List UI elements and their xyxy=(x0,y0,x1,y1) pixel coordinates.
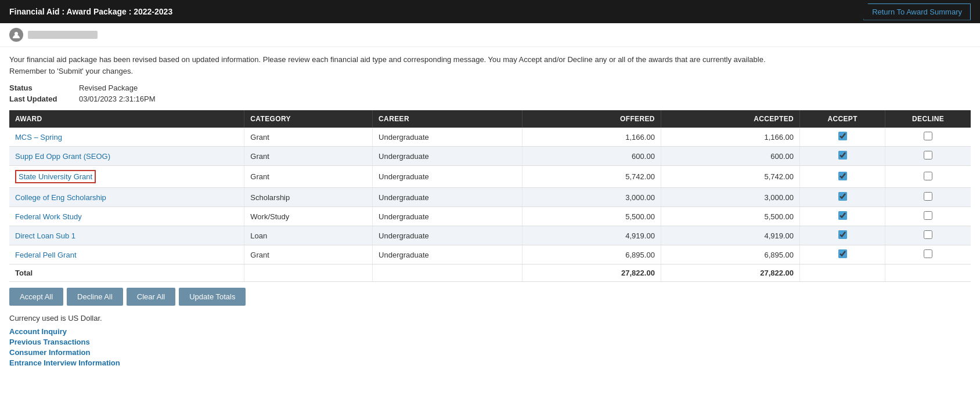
award-link[interactable]: MCS – Spring xyxy=(15,133,62,142)
category-cell: Grant xyxy=(244,128,373,147)
accept-all-button[interactable]: Accept All xyxy=(9,288,63,306)
decline-checkbox[interactable] xyxy=(924,172,932,180)
clear-all-button[interactable]: Clear All xyxy=(127,288,175,306)
table-row: MCS – SpringGrantUndergraduate1,166.001,… xyxy=(9,128,971,147)
accepted-cell: 5,742.00 xyxy=(661,166,799,188)
col-header-decline: DECLINE xyxy=(885,110,971,128)
footer-links: Account InquiryPrevious TransactionsCons… xyxy=(9,327,971,367)
career-cell: Undergraduate xyxy=(373,226,523,245)
awards-table: AWARD CATEGORY CAREER OFFERED ACCEPTED A… xyxy=(9,110,971,282)
main-content: Your financial aid package has been revi… xyxy=(0,47,980,374)
category-cell: Grant xyxy=(244,166,373,188)
table-row: College of Eng ScholarshipScholarshipUnd… xyxy=(9,188,971,207)
accept-checkbox[interactable] xyxy=(838,151,847,160)
col-header-accepted: ACCEPTED xyxy=(661,110,799,128)
offered-cell: 1,166.00 xyxy=(522,128,661,147)
decline-checkbox[interactable] xyxy=(924,211,932,220)
decline-checkbox-cell[interactable] xyxy=(885,226,971,245)
notice-text: Your financial aid package has been revi… xyxy=(9,54,971,77)
category-cell: Grant xyxy=(244,147,373,166)
total-empty-cell xyxy=(244,265,373,282)
user-name-redacted xyxy=(28,31,98,39)
accept-checkbox-cell[interactable] xyxy=(800,128,885,147)
user-avatar-icon xyxy=(9,28,23,42)
user-row xyxy=(0,23,980,47)
decline-checkbox[interactable] xyxy=(924,249,932,258)
last-updated-value: 03/01/2023 2:31:16PM xyxy=(79,95,156,103)
career-cell: Undergraduate xyxy=(373,188,523,207)
career-cell: Undergraduate xyxy=(373,207,523,226)
award-link[interactable]: College of Eng Scholarship xyxy=(15,193,106,202)
table-row: Federal Work StudyWork/StudyUndergraduat… xyxy=(9,207,971,226)
total-label-cell: Total xyxy=(9,265,244,282)
accept-checkbox-cell[interactable] xyxy=(800,245,885,265)
table-row: Federal Pell GrantGrantUndergraduate6,89… xyxy=(9,245,971,265)
offered-cell: 5,742.00 xyxy=(522,166,661,188)
accept-checkbox[interactable] xyxy=(838,230,847,239)
last-updated-label: Last Updated xyxy=(9,95,79,103)
accept-checkbox-cell[interactable] xyxy=(800,207,885,226)
accept-checkbox-cell[interactable] xyxy=(800,147,885,166)
decline-checkbox[interactable] xyxy=(924,230,932,239)
award-link[interactable]: Direct Loan Sub 1 xyxy=(15,231,75,240)
accept-checkbox[interactable] xyxy=(838,249,847,258)
accept-checkbox[interactable] xyxy=(838,211,847,220)
status-value: Revised Package xyxy=(79,84,138,92)
accepted-cell: 6,895.00 xyxy=(661,245,799,265)
footer-link-consumer-information[interactable]: Consumer Information xyxy=(9,348,971,357)
footer-link-previous-transactions[interactable]: Previous Transactions xyxy=(9,338,971,346)
table-row: Supp Ed Opp Grant (SEOG)GrantUndergradua… xyxy=(9,147,971,166)
status-label: Status xyxy=(9,84,79,92)
decline-checkbox[interactable] xyxy=(924,192,932,201)
decline-checkbox[interactable] xyxy=(924,151,932,160)
career-cell: Undergraduate xyxy=(373,147,523,166)
award-link[interactable]: Federal Work Study xyxy=(15,212,82,221)
award-link[interactable]: State University Grant xyxy=(15,170,96,183)
header: Financial Aid : Award Package : 2022-202… xyxy=(0,0,980,23)
accepted-cell: 3,000.00 xyxy=(661,188,799,207)
accept-checkbox[interactable] xyxy=(838,132,847,140)
accept-checkbox[interactable] xyxy=(838,172,847,180)
col-header-category: CATEGORY xyxy=(244,110,373,128)
footer-link-entrance-interview-information[interactable]: Entrance Interview Information xyxy=(9,358,971,367)
accept-checkbox-cell[interactable] xyxy=(800,166,885,188)
footer-link-account-inquiry[interactable]: Account Inquiry xyxy=(9,327,971,336)
action-buttons-row: Accept All Decline All Clear All Update … xyxy=(9,288,971,306)
accept-checkbox[interactable] xyxy=(838,192,847,201)
accept-checkbox-cell[interactable] xyxy=(800,226,885,245)
accept-checkbox-cell[interactable] xyxy=(800,188,885,207)
table-header-row: AWARD CATEGORY CAREER OFFERED ACCEPTED A… xyxy=(9,110,971,128)
col-header-award: AWARD xyxy=(9,110,244,128)
decline-checkbox-cell[interactable] xyxy=(885,245,971,265)
total-accepted-cell: 27,822.00 xyxy=(661,265,799,282)
decline-checkbox-cell[interactable] xyxy=(885,147,971,166)
accepted-cell: 600.00 xyxy=(661,147,799,166)
total-offered-cell: 27,822.00 xyxy=(522,265,661,282)
total-empty-cell xyxy=(373,265,523,282)
career-cell: Undergraduate xyxy=(373,245,523,265)
last-updated-row: Last Updated 03/01/2023 2:31:16PM xyxy=(9,95,971,103)
accepted-cell: 5,500.00 xyxy=(661,207,799,226)
accepted-cell: 1,166.00 xyxy=(661,128,799,147)
decline-all-button[interactable]: Decline All xyxy=(67,288,123,306)
total-row: Total27,822.0027,822.00 xyxy=(9,265,971,282)
decline-checkbox-cell[interactable] xyxy=(885,188,971,207)
category-cell: Work/Study xyxy=(244,207,373,226)
category-cell: Scholarship xyxy=(244,188,373,207)
offered-cell: 5,500.00 xyxy=(522,207,661,226)
decline-checkbox-cell[interactable] xyxy=(885,128,971,147)
decline-checkbox-cell[interactable] xyxy=(885,166,971,188)
col-header-career: CAREER xyxy=(373,110,523,128)
category-cell: Grant xyxy=(244,245,373,265)
update-totals-button[interactable]: Update Totals xyxy=(179,288,246,306)
offered-cell: 4,919.00 xyxy=(522,226,661,245)
award-link[interactable]: Supp Ed Opp Grant (SEOG) xyxy=(15,152,110,161)
col-header-accept: ACCEPT xyxy=(800,110,885,128)
return-to-award-summary-button[interactable]: Return To Award Summary xyxy=(863,3,971,20)
total-empty-cell xyxy=(885,265,971,282)
decline-checkbox-cell[interactable] xyxy=(885,207,971,226)
career-cell: Undergraduate xyxy=(373,166,523,188)
award-link[interactable]: Federal Pell Grant xyxy=(15,251,77,259)
table-row: State University GrantGrantUndergraduate… xyxy=(9,166,971,188)
decline-checkbox[interactable] xyxy=(924,132,932,140)
